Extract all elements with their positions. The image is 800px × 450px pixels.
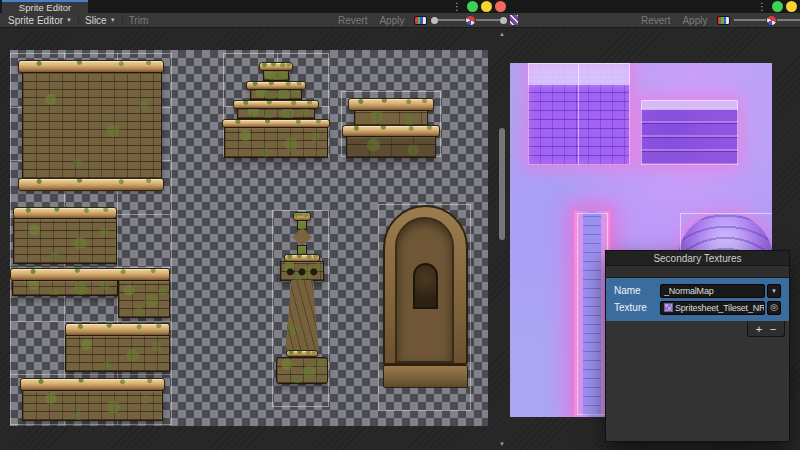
revert-button[interactable]: Revert [332,13,373,27]
normalmap-wall-block[interactable] [528,63,630,165]
brick-body [224,127,328,158]
scrollbar-thumb[interactable] [499,128,505,240]
chevron-down-icon: ▼ [110,17,116,23]
cap-stone [18,178,164,191]
texture-value: Spritesheet_Tileset_NRM [675,303,765,313]
pillar-skull-capital [280,261,324,281]
texture-thumbnail [664,303,673,312]
slice-menu-button[interactable]: Slice ▼ [79,13,122,27]
slider-handle[interactable] [500,17,507,24]
rgb-channels-icon[interactable] [414,16,427,25]
pillar-base [276,357,328,384]
brick-body [22,72,162,179]
remove-secondary-texture-button[interactable]: − [770,322,776,336]
tab-sprite-editor[interactable]: Sprite Editor [2,0,88,13]
window-dot-green[interactable] [467,1,478,12]
trim-button[interactable]: Trim [123,13,155,27]
chevron-down-icon: ▼ [66,17,72,23]
brick-body [65,335,170,372]
add-secondary-texture-button[interactable]: + [756,322,762,336]
arch-doorway [413,263,438,309]
scroll-up-icon[interactable]: ▲ [497,30,507,38]
name-dropdown[interactable]: _NormalMap [660,284,765,298]
tab-label: Sprite Editor [19,2,71,13]
slider-handle[interactable] [431,17,438,24]
secondary-texture-entry-selected[interactable]: Name _NormalMap ▼ Texture Spritesheet_Ti… [606,278,789,321]
window-dot-yellow[interactable] [481,1,492,12]
revert-button[interactable]: Revert [635,13,676,27]
sprite-stone-ledge-long[interactable] [10,268,170,330]
sprite-canvas[interactable] [10,50,488,426]
slider-track[interactable] [438,19,465,21]
menu-dots-icon[interactable]: ⋮ [757,1,767,12]
slice-menu-label: Slice [85,15,107,26]
scroll-down-icon[interactable]: ▼ [497,440,507,448]
vertical-scrollbar[interactable]: ▲ ▼ [497,28,507,450]
sprite-stepped-ziggurat[interactable] [222,62,330,158]
slider-track[interactable] [476,19,500,21]
texture-object-field[interactable]: Spritesheet_Tileset_NRM [660,301,765,315]
brick-body [354,110,428,126]
window-dot-yellow[interactable] [786,1,797,12]
mip-stripes-icon [510,15,518,25]
toolbar-left-group: Sprite Editor ▼ Slice ▼ Trim [2,13,154,27]
list-edit-buttons: + − [747,321,785,337]
name-value: _NormalMap [664,286,714,296]
brick-body [346,136,436,158]
secondary-textures-panel: Secondary Textures Name _NormalMap ▼ Tex… [605,250,790,442]
toolbar-right-preview-group: Revert Apply [635,13,800,27]
sprite-stone-arch-gate[interactable] [383,205,468,388]
sprite-stone-ledge-short[interactable] [65,323,170,373]
mip-level-slider[interactable] [734,16,800,25]
tab-bar: Sprite Editor ⋮ ⋮ [0,0,800,13]
apply-button[interactable]: Apply [373,13,410,27]
object-picker-icon: ◎ [770,303,778,312]
slider-track[interactable] [734,19,766,21]
pillar-shaft [280,280,324,351]
toolbar-left-preview-group: Revert Apply [332,13,518,27]
object-picker-button[interactable]: ◎ [767,301,781,315]
name-label: Name [614,285,660,296]
name-dropdown-button[interactable]: ▼ [767,284,781,298]
panel-header-strip [606,266,789,278]
sprite-editor-menu-label: Sprite Editor [8,15,63,26]
window-dot-green[interactable] [772,1,783,12]
texture-label: Texture [614,302,660,313]
texture-row: Texture Spritesheet_Tileset_NRM ◎ [614,300,781,315]
pillar-knot [292,228,312,246]
cap-stone [286,350,318,357]
apply-button[interactable]: Apply [676,13,713,27]
sprite-stone-altar[interactable] [342,92,440,158]
sprite-brick-wall-section[interactable] [13,207,117,264]
revert-label: Revert [641,15,670,26]
sprite-mossy-brick-wall[interactable] [22,60,162,192]
normalmap-altar-block[interactable] [641,100,738,165]
brick-body [263,70,289,81]
brick-body [22,390,163,421]
brick-body [13,218,117,264]
sprite-carved-totem-pillar[interactable] [276,212,328,384]
toolbar: Sprite Editor ▼ Slice ▼ Trim Revert Appl… [0,13,800,28]
sprite-stone-platform[interactable] [20,378,165,422]
brick-body [118,280,170,318]
brick-body [237,108,315,119]
revert-label: Revert [338,15,367,26]
panel-title: Secondary Textures [606,251,789,266]
window-dot-red[interactable] [495,1,506,12]
mip-icon [767,16,776,25]
apply-label: Apply [682,15,707,26]
rgb-channels-icon[interactable] [717,16,730,25]
brick-body [250,89,302,100]
chevron-down-icon: ▼ [771,288,777,294]
slider-track[interactable] [777,19,800,21]
mip-icon [466,16,475,25]
menu-dots-icon[interactable]: ⋮ [452,1,462,12]
sprite-editor-menu-button[interactable]: Sprite Editor ▼ [2,13,78,27]
window-controls-left: ⋮ [452,1,506,12]
name-row: Name _NormalMap ▼ [614,283,781,298]
trim-label: Trim [129,15,149,26]
mip-level-slider[interactable] [431,15,518,25]
apply-label: Apply [379,15,404,26]
sprite-editor-screen: Sprite Editor ⋮ ⋮ Sprite Editor ▼ Slice … [0,0,800,450]
window-controls-right: ⋮ [757,1,800,12]
